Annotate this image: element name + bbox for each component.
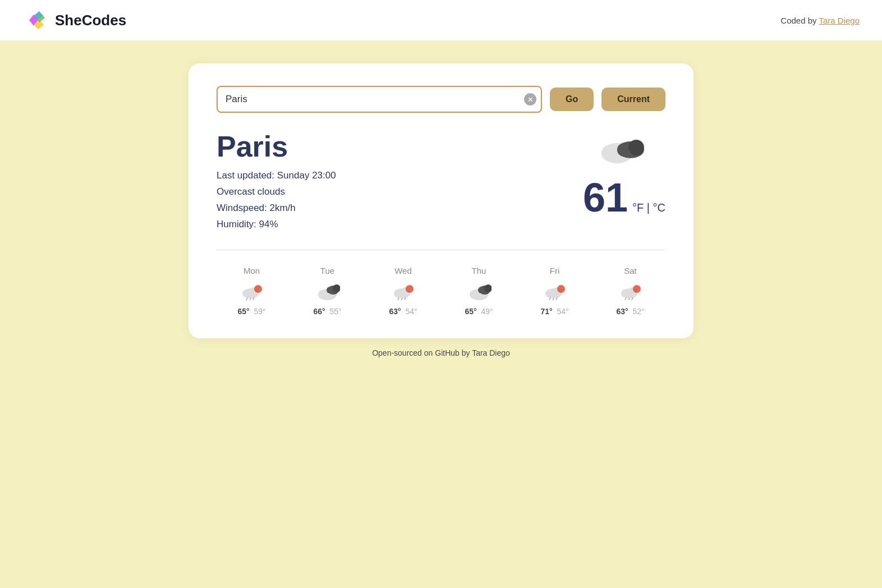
svg-line-14 xyxy=(246,297,247,300)
humidity: Humidity: 94% xyxy=(217,217,336,233)
current-button[interactable]: Current xyxy=(601,88,665,111)
temperature-row: 61 °F | °C xyxy=(583,174,665,220)
search-input-wrap: ✕ xyxy=(217,86,542,113)
forecast-lo: 49° xyxy=(481,307,493,316)
divider xyxy=(217,250,665,250)
forecast-hi: 63° xyxy=(616,307,628,316)
forecast-icon-fri xyxy=(543,280,567,302)
svg-line-40 xyxy=(549,297,550,300)
forecast-icon-sat xyxy=(618,280,643,302)
svg-point-24 xyxy=(394,290,402,297)
forecast-lo: 52° xyxy=(632,307,644,316)
svg-line-47 xyxy=(625,297,626,300)
forecast-day-label: Tue xyxy=(320,266,334,275)
forecast-temps: 65° 59° xyxy=(237,307,265,316)
header: SheCodes Coded by Tara Diego xyxy=(0,0,882,41)
weather-info: Paris Last updated: Sunday 23:00 Overcas… xyxy=(217,130,336,233)
weather-right: 61 °F | °C xyxy=(583,130,665,220)
forecast-icon-mon xyxy=(240,280,264,302)
author-link[interactable]: Tara Diego xyxy=(819,16,860,25)
svg-point-46 xyxy=(633,285,641,293)
svg-point-5 xyxy=(601,145,617,161)
weather-card: ✕ Go Current Paris Last updated: Sunday … xyxy=(189,63,693,338)
svg-point-13 xyxy=(254,285,262,293)
svg-point-39 xyxy=(557,285,565,293)
forecast-icon-tue xyxy=(315,280,340,302)
weather-main: Paris Last updated: Sunday 23:00 Overcas… xyxy=(217,130,665,233)
forecast-lo: 54° xyxy=(405,307,417,316)
logo-text: SheCodes xyxy=(55,12,126,29)
forecast-lo: 55° xyxy=(329,307,341,316)
shecodes-logo-icon xyxy=(22,7,49,34)
forecast-day-label: Thu xyxy=(472,266,486,275)
svg-point-11 xyxy=(242,290,250,297)
clear-button[interactable]: ✕ xyxy=(524,93,536,105)
forecast-day: Sat 63° 52° xyxy=(595,266,665,316)
svg-point-34 xyxy=(478,287,485,293)
footer: Open-sourced on GitHub by Tara Diego xyxy=(362,338,520,368)
forecast-hi: 71° xyxy=(540,307,552,316)
temp-value: 61 xyxy=(583,174,628,220)
svg-point-21 xyxy=(327,287,333,293)
forecast-temps: 71° 54° xyxy=(540,307,568,316)
forecast-day: Wed 63° 54° xyxy=(368,266,438,316)
forecast-lo: 59° xyxy=(254,307,265,316)
forecast-day: Thu 65° 49° xyxy=(444,266,514,316)
forecast-day-label: Wed xyxy=(394,266,412,275)
forecast-day: Tue 66° 55° xyxy=(292,266,362,316)
forecast-day-label: Mon xyxy=(244,266,260,275)
weather-icon xyxy=(596,130,652,169)
logo-area: SheCodes xyxy=(22,7,126,34)
search-input[interactable] xyxy=(217,86,542,113)
fahrenheit-unit[interactable]: °F xyxy=(632,201,644,214)
svg-point-26 xyxy=(406,285,414,293)
forecast-icon-thu xyxy=(467,280,491,302)
forecast-hi: 65° xyxy=(237,307,249,316)
forecast-day-label: Sat xyxy=(624,266,637,275)
svg-line-27 xyxy=(398,297,399,300)
forecast-day-label: Fri xyxy=(550,266,560,275)
forecast-day: Mon 65° 59° xyxy=(217,266,287,316)
forecast-hi: 63° xyxy=(389,307,401,316)
forecast-lo: 54° xyxy=(557,307,568,316)
coded-by-text: Coded by Tara Diego xyxy=(780,16,860,25)
svg-point-44 xyxy=(621,290,629,297)
city-name: Paris xyxy=(217,130,336,163)
footer-text: Open-sourced on GitHub by Tara Diego xyxy=(372,348,510,357)
forecast-temps: 63° 52° xyxy=(616,307,644,316)
forecast-icon-wed xyxy=(391,280,416,302)
svg-point-37 xyxy=(545,290,553,297)
svg-point-8 xyxy=(617,143,631,157)
search-row: ✕ Go Current xyxy=(217,86,665,113)
windspeed: Windspeed: 2km/h xyxy=(217,200,336,217)
forecast-hi: 66° xyxy=(313,307,325,316)
forecast-temps: 63° 54° xyxy=(389,307,417,316)
go-button[interactable]: Go xyxy=(550,88,594,111)
celsius-unit[interactable]: °C xyxy=(653,201,665,214)
main-background: ✕ Go Current Paris Last updated: Sunday … xyxy=(0,41,882,588)
forecast-temps: 65° 49° xyxy=(465,307,493,316)
svg-point-9 xyxy=(628,140,644,155)
condition: Overcast clouds xyxy=(217,184,336,200)
last-updated: Last updated: Sunday 23:00 xyxy=(217,168,336,184)
forecast-hi: 65° xyxy=(465,307,476,316)
svg-point-31 xyxy=(470,290,479,299)
temp-units: °F | °C xyxy=(632,201,665,214)
forecast-temps: 66° 55° xyxy=(313,307,341,316)
unit-divider: | xyxy=(647,201,653,214)
forecast-row: Mon 65° 59° Tue xyxy=(217,266,665,316)
forecast-day: Fri 71° 54° xyxy=(520,266,590,316)
svg-point-18 xyxy=(318,290,327,299)
